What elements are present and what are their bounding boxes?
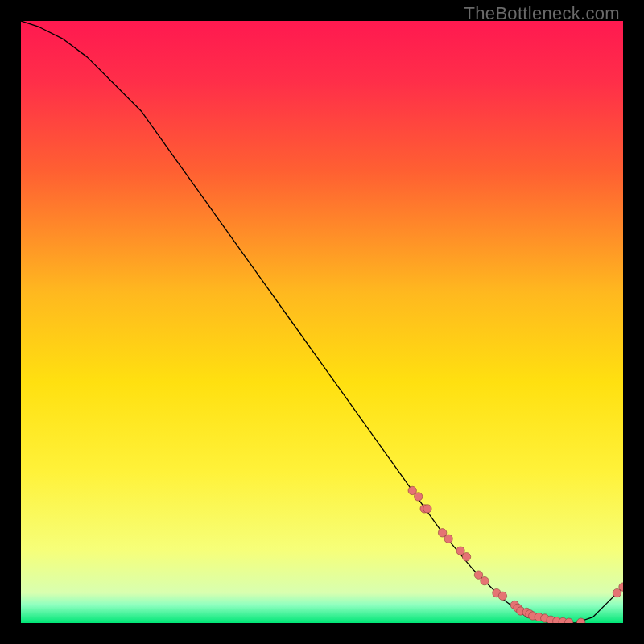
- data-point: [423, 505, 431, 513]
- data-point: [498, 592, 506, 600]
- data-point: [444, 535, 452, 543]
- watermark-text: TheBottleneck.com: [464, 3, 620, 24]
- data-point: [481, 576, 489, 584]
- data-point: [414, 493, 422, 501]
- data-point: [462, 553, 470, 561]
- chart-plot-area: [21, 21, 623, 623]
- chart-svg: [21, 21, 623, 623]
- chart-background: [21, 21, 623, 623]
